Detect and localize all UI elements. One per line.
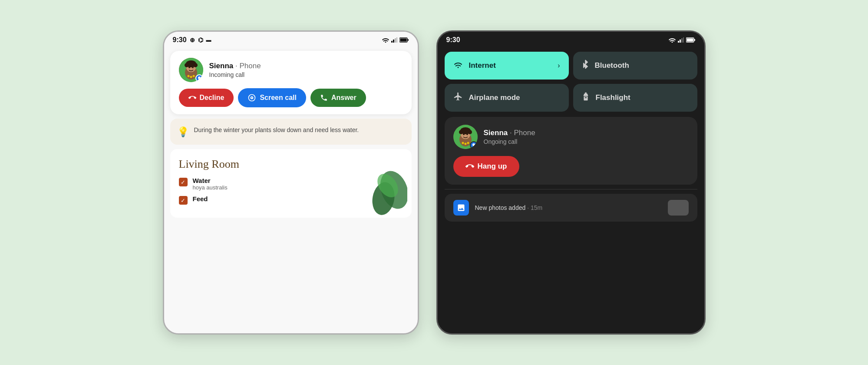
- svg-rect-3: [396, 37, 397, 43]
- answer-phone-icon: [320, 94, 328, 102]
- airplane-label: Airplane mode: [469, 93, 520, 102]
- svg-point-17: [192, 75, 195, 77]
- svg-point-39: [466, 133, 468, 135]
- svg-rect-5: [400, 39, 406, 42]
- nfc-icon: ⊕: [190, 36, 195, 43]
- ongoing-caller-info: Sienna · Phone Ongoing call: [484, 129, 535, 145]
- svg-point-38: [463, 133, 465, 135]
- svg-point-20: [251, 97, 253, 99]
- call-status-left: Incoming call: [209, 71, 261, 78]
- status-right-left: [382, 37, 409, 43]
- qs-grid: Internet › Bluetooth: [445, 52, 697, 112]
- checkbox-feed: ✓: [179, 196, 188, 205]
- answer-label: Answer: [331, 94, 356, 102]
- wifi-icon: [382, 37, 389, 43]
- caller-row: Sienna · Phone Incoming call: [179, 58, 403, 82]
- ongoing-call-status: Ongoing call: [484, 138, 535, 145]
- plant-species-water: hoya australis: [193, 184, 228, 191]
- ongoing-caller-row: Sienna · Phone Ongoing call: [453, 125, 689, 149]
- svg-point-37: [468, 130, 472, 134]
- photos-notification-text: New photos added · 15m: [475, 204, 662, 211]
- svg-point-16: [190, 76, 192, 78]
- qs-tile-airplane[interactable]: Airplane mode: [445, 84, 569, 112]
- svg-point-36: [459, 130, 463, 134]
- svg-point-42: [467, 142, 469, 144]
- svg-rect-29: [686, 39, 693, 42]
- left-phone-content: Sienna · Phone Incoming call Decline: [164, 46, 418, 330]
- chevron-right-icon: ›: [558, 62, 560, 70]
- left-phone: 9:30 ⊕ ⌬ ▬: [163, 30, 419, 335]
- decline-button[interactable]: Decline: [179, 89, 234, 107]
- signal-icon: [391, 37, 397, 43]
- avatar-badge-right: [470, 141, 478, 149]
- svg-rect-0: [391, 41, 393, 43]
- svg-rect-26: [681, 38, 683, 43]
- svg-rect-6: [407, 39, 409, 41]
- plant-name-water: Water: [193, 177, 228, 184]
- caller-info-left: Sienna · Phone Incoming call: [209, 62, 261, 78]
- plant-decoration: [355, 164, 407, 218]
- status-left-right: 9:30: [446, 36, 460, 44]
- status-bar-right: 9:30: [438, 32, 704, 46]
- status-bar-left: 9:30 ⊕ ⌬ ▬: [164, 32, 418, 46]
- battery-icon: [399, 37, 409, 43]
- svg-point-13: [188, 66, 190, 68]
- hangup-button[interactable]: Hang up: [453, 156, 519, 177]
- svg-rect-1: [393, 40, 394, 43]
- ongoing-call-card: Sienna · Phone Ongoing call Hang up: [445, 117, 697, 185]
- photos-notification[interactable]: New photos added · 15m: [445, 194, 697, 222]
- notification-card: Sienna · Phone Incoming call Decline: [170, 51, 412, 114]
- time-left: 9:30: [173, 36, 187, 44]
- bluetooth-icon: [582, 60, 589, 72]
- svg-point-11: [185, 63, 189, 67]
- messages-icon: ▬: [206, 37, 211, 43]
- decline-label: Decline: [200, 94, 224, 102]
- bluetooth-label: Bluetooth: [595, 61, 629, 70]
- status-left: 9:30 ⊕ ⌬ ▬: [173, 36, 211, 44]
- qs-tile-bluetooth[interactable]: Bluetooth: [573, 52, 697, 80]
- photos-icon: [453, 200, 469, 216]
- screen-call-button[interactable]: Screen call: [238, 88, 306, 107]
- time-right: 9:30: [446, 36, 460, 44]
- living-room-card: Living Room ✓ Water hoya australis ✓ Fee…: [170, 149, 412, 218]
- avatar-left: [179, 58, 203, 82]
- svg-rect-30: [694, 39, 695, 41]
- qs-tile-flashlight[interactable]: Flashlight: [573, 84, 697, 112]
- wifi-alt-icon: ⌬: [198, 36, 203, 43]
- divider: [445, 189, 697, 189]
- answer-button[interactable]: Answer: [310, 89, 366, 107]
- svg-rect-24: [678, 41, 679, 43]
- hangup-label: Hang up: [478, 162, 507, 171]
- signal-icon-right: [678, 37, 684, 43]
- wifi-icon-right: [669, 37, 676, 43]
- qs-tile-internet[interactable]: Internet ›: [445, 52, 569, 80]
- svg-point-40: [462, 142, 464, 144]
- plant-tip-text: During the winter your plants slow down …: [194, 126, 359, 135]
- flashlight-label: Flashlight: [596, 93, 630, 102]
- screen-call-icon: [248, 93, 256, 102]
- svg-rect-2: [395, 38, 396, 43]
- svg-point-14: [192, 66, 194, 68]
- flashlight-icon: [582, 92, 590, 104]
- battery-icon-right: [686, 37, 696, 43]
- internet-label: Internet: [469, 61, 496, 70]
- avatar-badge-left: [195, 74, 203, 82]
- airplane-icon: [453, 92, 463, 104]
- plant-name-feed: Feed: [193, 195, 208, 202]
- svg-point-41: [464, 143, 466, 145]
- ongoing-caller-name: Sienna · Phone: [484, 129, 535, 137]
- svg-rect-31: [584, 97, 587, 98]
- hangup-phone-icon: [465, 162, 474, 171]
- checkbox-water: ✓: [179, 178, 188, 186]
- wifi-qs-icon: [453, 60, 463, 71]
- status-right-right: [669, 37, 696, 43]
- svg-point-15: [187, 75, 189, 77]
- svg-rect-25: [680, 40, 681, 43]
- quick-settings: Internet › Bluetooth: [438, 46, 704, 227]
- plant-tip-card: 💡 During the winter your plants slow dow…: [170, 119, 412, 145]
- decline-phone-icon: [188, 94, 196, 102]
- photos-thumbnail: [668, 200, 689, 216]
- plant-tip-icon: 💡: [177, 126, 189, 138]
- caller-name-left: Sienna · Phone: [209, 62, 261, 70]
- svg-point-12: [193, 63, 198, 67]
